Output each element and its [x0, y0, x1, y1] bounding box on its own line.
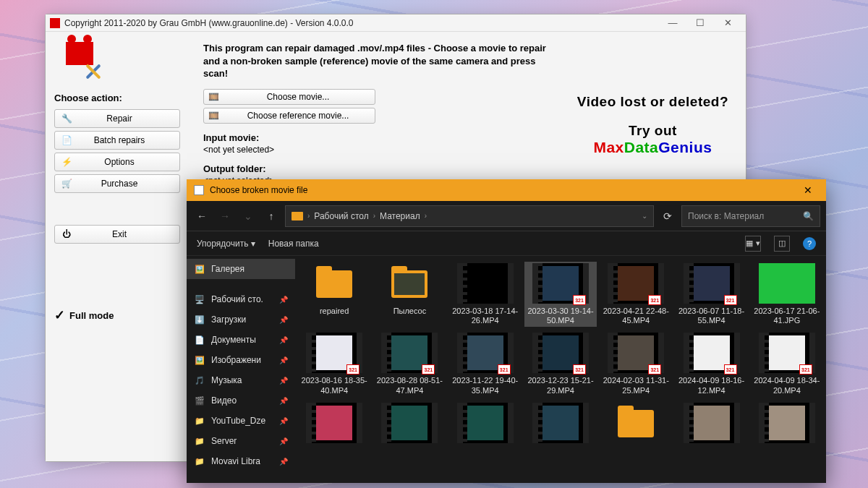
nav-icon: 📁: [194, 415, 205, 427]
player-badge: 321: [648, 295, 661, 305]
close-button[interactable]: ✕: [714, 17, 741, 28]
choose-movie-button[interactable]: 🎞️ Choose movie...: [203, 89, 375, 105]
file-item[interactable]: [600, 401, 672, 448]
search-input[interactable]: Поиск в: Материал 🔍: [681, 205, 820, 227]
player-badge: 321: [498, 364, 511, 374]
nav-icon: 🎵: [194, 374, 205, 386]
file-item[interactable]: 2023-06-17 21-06-41.JPG: [751, 262, 823, 327]
file-name: 2023-03-30 19-14-50.MP4: [527, 307, 595, 325]
nav-label: Movavi Libra: [211, 456, 260, 466]
file-item[interactable]: [675, 401, 747, 448]
file-item[interactable]: 3212023-03-30 19-14-50.MP4: [524, 262, 597, 327]
sidebar-exit-button[interactable]: ⏻Exit: [54, 225, 180, 244]
nav-item[interactable]: 🎵Музыка📌: [187, 370, 295, 390]
file-item[interactable]: [373, 401, 446, 448]
nav-label: Галерея: [211, 264, 244, 274]
dialog-close-button[interactable]: ✕: [797, 184, 819, 196]
titlebar: Copyright 2011-2020 by Grau GmbH (www.gr…: [46, 14, 746, 32]
player-badge: 321: [573, 295, 586, 305]
nav-item[interactable]: ⬇️Загрузки📌: [187, 309, 295, 330]
file-item[interactable]: 3212023-08-16 18-35-40.MP4: [298, 331, 370, 396]
file-item[interactable]: 3212024-04-09 18-16-12.MP4: [675, 331, 747, 396]
recent-button[interactable]: ⌄: [239, 207, 258, 226]
file-name: 2023-04-21 22-48-45.MP4: [602, 307, 670, 325]
choose-reference-button[interactable]: 🎞️ Choose reference movie...: [203, 108, 375, 124]
file-item[interactable]: [449, 401, 522, 448]
dialog-nav: ← → ⌄ ↑ › Рабочий стол › Материал › ⌄ ⟳ …: [187, 201, 826, 231]
nav-icon: 🖼️: [194, 263, 205, 275]
pin-icon: 📌: [279, 437, 288, 445]
maximize-button[interactable]: ☐: [686, 17, 714, 28]
image-thumb: [759, 263, 815, 304]
folder-icon: [608, 403, 664, 443]
nav-label: Документы: [211, 335, 256, 345]
file-name: 2023-08-28 08-51-47.MP4: [375, 376, 443, 395]
file-item[interactable]: [298, 401, 370, 448]
dialog-sidebar: 🖼️Галерея🖥️Рабочий сто.📌⬇️Загрузки📌📄Доку…: [187, 256, 295, 483]
sidebar: Choose action: 🔧Repair📄Batch repairs⚡Opt…: [46, 32, 189, 461]
sidebar-repair-button[interactable]: 🔧Repair: [54, 109, 180, 128]
nav-item[interactable]: 🖼️Галерея: [187, 259, 295, 279]
file-item[interactable]: Пылесос: [373, 262, 446, 327]
folder-icon: [306, 263, 362, 304]
nav-item[interactable]: 🎬Видео📌: [187, 390, 295, 411]
file-item[interactable]: 2023-03-18 17-14-26.MP4: [449, 262, 522, 327]
app-icon: [50, 18, 60, 28]
sidebar-options-button[interactable]: ⚡Options: [54, 153, 180, 171]
file-item[interactable]: 3212024-04-09 18-34-20.MP4: [751, 331, 823, 396]
organize-menu[interactable]: Упорядочить ▾: [197, 239, 255, 249]
nav-item[interactable]: 📁Movavi Libra📌: [187, 451, 295, 471]
nav-label: Видео: [211, 395, 237, 406]
file-item[interactable]: 3212023-08-28 08-51-47.MP4: [373, 331, 446, 396]
video-thumb: 321: [532, 333, 589, 373]
sidebar-batch repairs-button[interactable]: 📄Batch repairs: [54, 131, 180, 150]
view-mode-button[interactable]: ▦ ▾: [745, 236, 761, 252]
file-item[interactable]: 3212023-12-23 15-21-29.MP4: [524, 331, 597, 396]
file-item[interactable]: 3212023-11-22 19-40-35.MP4: [449, 331, 522, 396]
file-name: 2023-08-16 18-35-40.MP4: [300, 376, 368, 395]
sidebar-icon: ⚡: [61, 157, 72, 167]
up-button[interactable]: ↑: [262, 207, 281, 226]
address-bar[interactable]: › Рабочий стол › Материал › ⌄: [285, 205, 654, 227]
file-item[interactable]: [524, 401, 597, 448]
file-item[interactable]: 3212023-04-21 22-48-45.MP4: [600, 262, 672, 327]
dialog-titlebar: Choose broken movie file ✕: [187, 179, 826, 201]
nav-item[interactable]: 🖥️Рабочий сто.📌: [187, 289, 295, 309]
chevron-right-icon: ›: [307, 212, 310, 220]
breadcrumb-1[interactable]: Рабочий стол: [314, 211, 368, 221]
nav-item[interactable]: 🖼️Изображени📌: [187, 350, 295, 370]
output-folder-heading: Output folder:: [203, 163, 731, 174]
minimize-button[interactable]: —: [659, 17, 686, 28]
chevron-right-icon: ›: [373, 212, 375, 220]
film-icon: 🎞️: [208, 111, 220, 121]
breadcrumb-2[interactable]: Материал: [380, 211, 420, 221]
file-item[interactable]: 3212023-06-07 11-18-55.MP4: [675, 262, 747, 327]
file-name: 2023-03-18 17-14-26.MP4: [451, 307, 519, 325]
preview-pane-button[interactable]: ◫: [774, 236, 790, 252]
video-thumb: 321: [457, 333, 514, 373]
nav-item[interactable]: 📁YouTube_Dze📌: [187, 411, 295, 431]
refresh-button[interactable]: ⟳: [658, 207, 677, 226]
help-button[interactable]: ?: [803, 237, 816, 250]
choose-action-heading: Choose action:: [54, 93, 180, 103]
file-item[interactable]: [751, 401, 823, 448]
file-name: 2024-02-03 11-31-25.MP4: [602, 376, 670, 395]
pin-icon: 📌: [279, 458, 288, 466]
file-item[interactable]: 3212024-02-03 11-31-25.MP4: [600, 331, 672, 396]
file-item[interactable]: repaired: [298, 262, 370, 327]
player-badge: 321: [346, 364, 359, 374]
promo-line2: Try out: [577, 123, 728, 139]
sidebar-purchase-button[interactable]: 🛒Purchase: [54, 174, 180, 193]
file-dialog: Choose broken movie file ✕ ← → ⌄ ↑ › Раб…: [187, 179, 826, 483]
file-name: 2023-06-17 21-06-41.JPG: [753, 307, 821, 325]
player-badge: 321: [799, 364, 812, 374]
back-button[interactable]: ←: [192, 207, 211, 226]
chevron-down-icon[interactable]: ⌄: [642, 212, 647, 220]
nav-item[interactable]: 📄Документы📌: [187, 330, 295, 350]
forward-button[interactable]: →: [216, 207, 234, 226]
new-folder-button[interactable]: Новая папка: [268, 239, 319, 249]
nav-label: Загрузки: [211, 314, 246, 325]
nav-item[interactable]: 📁Server📌: [187, 431, 295, 451]
nav-label: Рабочий сто.: [211, 294, 263, 304]
video-thumb: [457, 403, 514, 443]
